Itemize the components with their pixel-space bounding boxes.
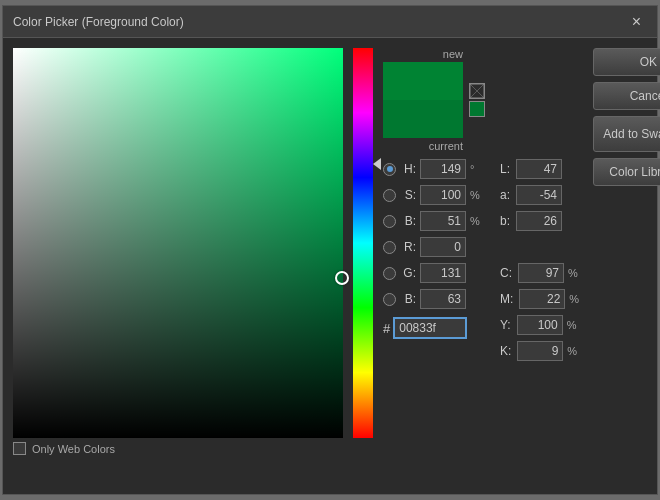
input-c[interactable] xyxy=(518,263,564,283)
add-to-swatches-button[interactable]: Add to Swatches xyxy=(593,116,660,152)
unit-y: % xyxy=(567,319,581,331)
field-row-c: C: % xyxy=(500,262,583,284)
gradient-canvas[interactable] xyxy=(13,48,343,438)
radio-g[interactable] xyxy=(383,267,396,280)
close-button[interactable]: × xyxy=(626,11,647,33)
field-row-y: Y: % xyxy=(500,314,583,336)
label-k: K: xyxy=(500,344,511,358)
picker-area[interactable] xyxy=(13,48,343,438)
label-b-rgb: B: xyxy=(400,292,416,306)
left-section: Only Web Colors xyxy=(13,48,343,486)
unit-s: % xyxy=(470,189,484,201)
radio-s[interactable] xyxy=(383,189,396,202)
input-b-rgb[interactable] xyxy=(420,289,466,309)
preview-container: new current xyxy=(383,48,463,152)
input-h[interactable] xyxy=(420,159,466,179)
unit-k: % xyxy=(567,345,581,357)
lab-cmyk-fields: L: a: b: xyxy=(500,158,583,362)
only-web-colors-checkbox[interactable] xyxy=(13,442,26,455)
input-l[interactable] xyxy=(516,159,562,179)
field-row-k: K: % xyxy=(500,340,583,362)
hex-input[interactable] xyxy=(394,318,466,338)
hue-slider[interactable] xyxy=(353,48,373,438)
radio-b-hsb[interactable] xyxy=(383,215,396,228)
hash-symbol: # xyxy=(383,321,390,336)
label-b-hsb: B: xyxy=(400,214,416,228)
unit-m: % xyxy=(569,293,583,305)
input-y[interactable] xyxy=(517,315,563,335)
preview-and-buttons: new current xyxy=(383,48,583,152)
field-row-b-hsb: B: % xyxy=(383,210,484,232)
unit-c: % xyxy=(568,267,582,279)
label-a: a: xyxy=(500,188,510,202)
color-new-block[interactable] xyxy=(383,62,463,100)
spacer xyxy=(500,236,583,258)
radio-h[interactable] xyxy=(383,163,396,176)
label-l: L: xyxy=(500,162,510,176)
label-c: C: xyxy=(500,266,512,280)
hue-slider-container[interactable] xyxy=(353,48,373,438)
label-s: S: xyxy=(400,188,416,202)
swatch-icon-filled xyxy=(469,101,485,117)
color-picker-dialog: Color Picker (Foreground Color) × Only W… xyxy=(2,5,658,495)
input-k[interactable] xyxy=(517,341,563,361)
field-row-m: M: % xyxy=(500,288,583,310)
color-preview-stack xyxy=(383,62,463,138)
field-row-l: L: xyxy=(500,158,583,180)
input-g[interactable] xyxy=(420,263,466,283)
label-h: H: xyxy=(400,162,416,176)
field-row-b-rgb: B: xyxy=(383,288,484,310)
input-s[interactable] xyxy=(420,185,466,205)
input-a[interactable] xyxy=(516,185,562,205)
center-section: new current xyxy=(383,48,583,486)
hsb-rgb-fields: H: ° S: % B: xyxy=(383,158,484,362)
field-row-s: S: % xyxy=(383,184,484,206)
input-b-hsb[interactable] xyxy=(420,211,466,231)
hex-row: # xyxy=(383,318,484,338)
field-row-b-lab: b: xyxy=(500,210,583,232)
fields-wrapper: H: ° S: % B: xyxy=(383,158,583,362)
dialog-content: Only Web Colors new xyxy=(3,38,657,496)
label-r: R: xyxy=(400,240,416,254)
input-b-lab[interactable] xyxy=(516,211,562,231)
label-m: M: xyxy=(500,292,513,306)
input-m[interactable] xyxy=(519,289,565,309)
title-bar: Color Picker (Foreground Color) × xyxy=(3,6,657,38)
swatch-icon-outline xyxy=(469,83,485,99)
radio-r[interactable] xyxy=(383,241,396,254)
dialog-title: Color Picker (Foreground Color) xyxy=(13,15,184,29)
only-web-colors-row: Only Web Colors xyxy=(13,442,343,455)
current-label: current xyxy=(383,140,463,152)
right-panel: OK Cancel Add to Swatches Color Librarie… xyxy=(593,48,660,486)
hue-arrow-indicator xyxy=(373,158,381,170)
unit-h: ° xyxy=(470,163,484,175)
color-current-block xyxy=(383,100,463,138)
field-row-h: H: ° xyxy=(383,158,484,180)
swatch-icons xyxy=(469,83,485,117)
ok-button[interactable]: OK xyxy=(593,48,660,76)
radio-b-rgb[interactable] xyxy=(383,293,396,306)
field-row-a: a: xyxy=(500,184,583,206)
new-label: new xyxy=(383,48,463,60)
field-row-r: R: xyxy=(383,236,484,258)
label-y: Y: xyxy=(500,318,511,332)
label-b-lab: b: xyxy=(500,214,510,228)
unit-b-hsb: % xyxy=(470,215,484,227)
cancel-button[interactable]: Cancel xyxy=(593,82,660,110)
color-libraries-button[interactable]: Color Libraries xyxy=(593,158,660,186)
only-web-colors-label: Only Web Colors xyxy=(32,443,115,455)
input-r[interactable] xyxy=(420,237,466,257)
field-row-g: G: xyxy=(383,262,484,284)
label-g: G: xyxy=(400,266,416,280)
